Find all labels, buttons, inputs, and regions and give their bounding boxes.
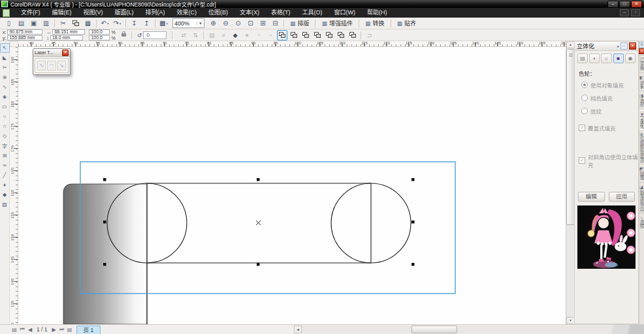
convert-button[interactable]: ▦转换 [361,19,389,28]
create-boundary-icon[interactable] [347,30,358,40]
new-document-icon[interactable]: ▯ [3,18,14,29]
object-height-field[interactable]: 18.0 mm [50,35,83,40]
zoom-level-combobox[interactable]: 400% ▼ [172,18,204,28]
zoom-page-width-icon[interactable]: ⊟ [270,18,281,29]
basic-shapes-tool[interactable]: ◇ [0,131,10,141]
laser-tool-floating-toolbar[interactable]: Laser T... ✕ ∿◠↘ [33,48,71,75]
zoom-page-icon[interactable]: ⊞ [257,18,268,29]
scale-y-field[interactable]: 100.0 [89,35,110,40]
copy-icon[interactable] [70,18,81,29]
outline-tool[interactable]: ♦ [0,180,10,190]
shape-tool[interactable]: ◣ [0,53,10,63]
horizontal-scrollbar-thumb[interactable] [411,326,457,333]
doc-minimize-button[interactable]: – [620,9,629,16]
docker-side-tab[interactable]: ▣立体化 [639,109,644,130]
cut-icon[interactable]: ✂ [57,18,69,29]
apply-button[interactable]: 应用 [609,192,636,202]
docker-side-tab[interactable]: ◧对象 [639,72,644,91]
horizontal-ruler[interactable]: 4045505560657075808590951001051101151201… [18,41,566,47]
scale-x-field[interactable]: 100.0 [89,29,110,35]
previous-page-icon[interactable]: ◀ [26,327,34,333]
extrude-color-tab-icon[interactable]: ■ [613,53,624,63]
zoom-all-objects-icon[interactable]: ⊡ [245,18,256,29]
docker-side-tab[interactable]: ◪斜角修饰边 [639,182,644,213]
strip-minimize-button[interactable]: ⊟ [639,42,644,48]
application-launcher-icon[interactable]: ▩▾ [158,18,169,29]
docker-side-tab[interactable]: ○透镜 [639,213,644,230]
fill-tool[interactable]: ◆ [0,190,10,200]
drawing-canvas[interactable]: Laser T... ✕ ∿◠↘ [18,47,566,324]
layout-button[interactable]: ▦排版 [286,19,314,28]
add-page-icon[interactable]: ▤ [66,327,74,333]
zoom-selected-icon[interactable]: ⊙ [233,18,244,29]
intersect-icon[interactable] [300,30,311,40]
menu-item[interactable]: 效果(C) [171,8,203,18]
docker-side-tab[interactable]: ◩圆角 [639,164,644,182]
x-position-field[interactable]: 90.675 mm [7,29,42,35]
extrude-camera-tab-icon[interactable]: ▤ [577,53,588,63]
undo-icon[interactable]: ↶▾ [99,18,110,29]
zoom-tool[interactable]: ⊕ [0,72,10,82]
redo-icon[interactable]: ↷▾ [112,18,123,29]
page-flyout-icon[interactable]: ▤ [10,327,18,333]
apply-to-duplicate-icon[interactable]: ◆ [230,30,240,40]
object-width-field[interactable]: 68.151 mm [52,29,85,35]
lock-ratio-icon[interactable] [121,33,126,37]
mirror-vertical-icon[interactable]: ⇅ [190,30,201,40]
radio-option[interactable]: 使用对象填充 [575,78,638,91]
import-icon[interactable]: ↧ [129,18,140,29]
gradient-rectangle-object[interactable] [63,184,147,324]
menu-item[interactable]: 文本(X) [234,8,265,18]
interactive-fill-tool[interactable]: ▨ [0,200,10,209]
extrude-bevel-tab-icon[interactable]: ◉ [625,53,636,63]
laser-curve-tool-icon[interactable]: ∿ [37,61,46,70]
crop-tool[interactable]: ✂ [0,63,10,72]
print-icon[interactable]: ▥ [40,18,52,29]
vertical-ruler[interactable]: 190185180175170165160155150145140135130 [10,47,18,324]
maximize-button[interactable]: □ [619,1,630,8]
table-tool[interactable]: ⊞ [0,151,10,160]
docker-flyout-icon[interactable]: ▸ [617,44,619,48]
text-wrap-icon[interactable]: ▤ [206,30,217,40]
blend-tool[interactable]: ∞ [0,160,10,170]
export-icon[interactable]: ↥ [141,18,152,29]
align-icon[interactable]: ≡ [218,30,229,40]
checkbox-option[interactable]: ✓覆盖式填充 [575,121,638,134]
zoom-out-icon[interactable]: ⊖ [220,18,231,29]
radio-option[interactable]: 底纹 [575,104,638,117]
fragment-icon[interactable]: ∗ [242,30,252,40]
radio-option[interactable]: 纯色填充 [575,91,638,104]
laser-pointer-tool-icon[interactable]: ↘ [57,61,66,70]
next-page-icon[interactable]: ▶ [50,327,58,333]
docker-close-button[interactable]: ✕ [629,42,636,50]
docker-minimize-button[interactable]: – [620,42,628,50]
checkbox-option[interactable]: ✓对斜角边使用立体填充 [575,150,638,171]
open-icon[interactable]: ▤ [16,18,27,29]
pick-tool[interactable]: ↖ [0,43,10,53]
paste-icon[interactable]: ▦ [82,18,93,29]
weld-icon[interactable] [277,30,287,40]
trim-icon[interactable] [289,30,299,40]
menu-item[interactable]: 编辑(E) [46,8,78,18]
convert-to-curves-icon[interactable]: ⊐ [364,30,374,40]
back-minus-front-icon[interactable] [336,30,346,40]
vertical-scrollbar[interactable]: ▲ ▼ [566,41,574,324]
first-page-icon[interactable]: ⏮ [18,326,26,333]
rotation-angle-field[interactable]: .0 [143,31,167,39]
y-position-field[interactable]: 155.885 mm [7,35,42,40]
mirror-horizontal-icon[interactable]: ⇄ [178,30,189,40]
menu-item[interactable]: 工具(O) [297,8,329,18]
menu-item[interactable]: 版面(L) [109,8,140,18]
docker-side-tab[interactable]: ▤变换 [639,55,644,72]
zoom-in-icon[interactable]: ⊕ [208,18,219,29]
laser-arc-tool-icon[interactable]: ◠ [47,61,56,70]
text-tool[interactable]: 字 [0,141,10,151]
menu-item[interactable]: 窗口(W) [329,8,362,18]
extrude-light-tab-icon[interactable]: ☼ [601,53,611,63]
snap-button[interactable]: ▦贴齐 [393,19,421,28]
ruler-origin-corner[interactable] [10,41,18,47]
freehand-tool[interactable]: ∿ [0,82,10,92]
disabled-icon-2[interactable]: ▫ [265,30,276,40]
laser-toolbar-title-bar[interactable]: Laser T... ✕ [33,49,70,57]
scroll-left-arrow[interactable]: ◀ [294,326,302,333]
